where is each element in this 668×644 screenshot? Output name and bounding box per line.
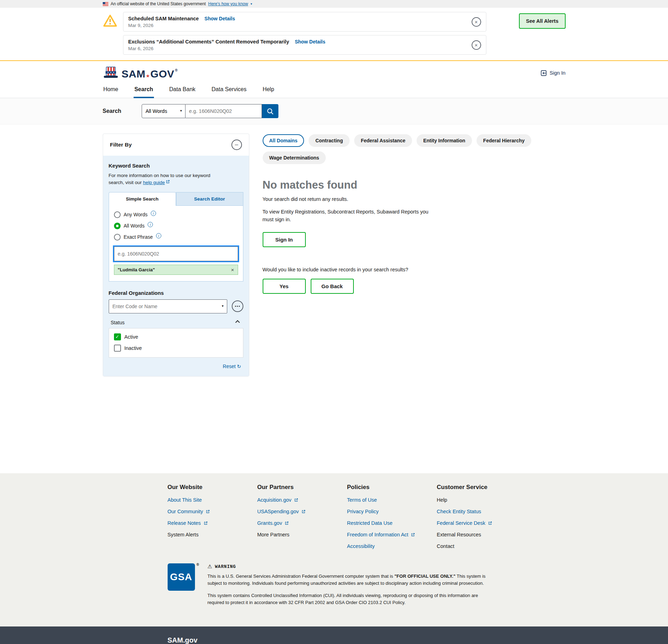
system-warning: ⚠ WARNING This is a U.S. General Service… [208,563,490,612]
external-link-icon [488,521,492,525]
footer-link-grants-gov[interactable]: Grants.gov [257,520,347,526]
sam-logo[interactable]: SAM★GOV® [103,67,178,79]
no-results-text: Your search did not return any results. [263,196,566,202]
sign-in-button[interactable]: Sign In [263,232,306,247]
yes-button[interactable]: Yes [263,279,306,294]
see-all-alerts-button[interactable]: See All Alerts [519,13,565,29]
radio-any-words[interactable]: Any Words i [114,211,238,218]
footer-link-federal-service-desk[interactable]: Federal Service Desk [437,520,527,526]
header-sign-in-link[interactable]: Sign In [540,70,565,76]
chip-remove-icon[interactable]: × [231,267,234,272]
footer-link-our-community[interactable]: Our Community [168,509,257,514]
site-footer: Our Website About This Site Our Communit… [0,473,668,626]
us-flag-icon [103,2,108,6]
keyword-chip: "Ludmila Garcia" × [114,265,238,275]
results-area: All Domains Contracting Federal Assistan… [263,134,566,294]
footer-col-heading: Policies [347,484,437,491]
search-type-select-wrapper: All Words ▾ [142,104,185,118]
status-section-toggle[interactable]: Status [109,313,243,328]
federal-orgs-input[interactable] [109,299,227,313]
footer-link-usaspending-gov[interactable]: USASpending.gov [257,509,347,514]
checkbox-active[interactable]: ✓ Active [114,333,238,340]
search-icon [266,108,274,115]
alert-item: Scheduled SAM Maintenance Show Details M… [123,12,486,32]
nav-data-bank[interactable]: Data Bank [169,83,196,98]
footer-link-more-partners[interactable]: More Partners [257,532,347,537]
nav-home[interactable]: Home [103,83,119,98]
checkbox-inactive[interactable]: Inactive [114,345,238,352]
info-icon[interactable]: i [156,233,161,238]
search-button[interactable] [262,104,278,118]
status-options: ✓ Active Inactive [109,328,243,358]
alert-show-details-link[interactable]: Show Details [204,16,235,21]
gsa-logo: GSA ® [168,563,195,591]
footer-link-release-notes[interactable]: Release Notes [168,520,257,526]
domain-pill-wage-determinations[interactable]: Wage Determinations [263,151,326,164]
warning-title-text: WARNING [215,564,236,569]
keyword-chip-label: "Ludmila Garcia" [118,267,155,272]
keyword-input[interactable] [114,246,238,261]
domain-pill-entity-information[interactable]: Entity Information [417,134,472,147]
footer-col-policies: Policies Terms of Use Privacy Policy Res… [347,484,437,555]
inactive-records-question: Would you like to include inactive recor… [263,267,566,272]
checkbox-unchecked-icon [114,345,121,352]
external-link-icon [206,510,210,514]
logo-sam-text: SAM [122,69,146,79]
tab-simple-search[interactable]: Simple Search [109,192,176,206]
help-guide-link[interactable]: help guide [143,180,165,185]
radio-exact-phrase[interactable]: Exact Phrase i [114,234,238,240]
footer-link-about-this-site[interactable]: About This Site [168,497,257,503]
warning-triangle-icon [103,14,117,27]
footer-link-contact[interactable]: Contact [437,543,527,549]
collapse-filters-button[interactable]: − [231,140,242,150]
footer-link-foia[interactable]: Freedom of Information Act [347,532,437,537]
footer-col-our-website: Our Website About This Site Our Communit… [168,484,257,555]
search-bar: Search All Words ▾ [0,98,668,124]
external-link-icon [411,533,415,537]
how-you-know-link[interactable]: Here's how you know [208,1,248,6]
footer-link-terms-of-use[interactable]: Terms of Use [347,497,437,503]
info-icon[interactable]: i [148,222,153,227]
footer-link-system-alerts[interactable]: System Alerts [168,532,257,537]
footer-link-help[interactable]: Help [437,497,527,503]
reset-filters-link[interactable]: Reset ↻ [223,364,241,369]
nav-search[interactable]: Search [134,83,154,98]
close-icon[interactable]: × [472,17,481,27]
footer-link-check-entity-status[interactable]: Check Entity Status [437,509,527,514]
filter-panel: Filter By − Keyword Search For more info… [103,134,249,377]
site-header: SAM★GOV® Sign In [0,61,668,83]
radio-all-words[interactable]: All Words i [114,223,238,229]
sign-in-prompt: To view Entity Registrations, Subcontrac… [263,208,440,224]
chevron-down-icon: ▾ [250,2,252,6]
tab-search-editor[interactable]: Search Editor [176,192,243,206]
footer-link-accessibility[interactable]: Accessibility [347,543,437,549]
footer-col-customer-service: Customer Service Help Check Entity Statu… [437,484,527,555]
footer-link-external-resources[interactable]: External Resources [437,532,527,537]
domain-pill-federal-hierarchy[interactable]: Federal Hierarchy [477,134,531,147]
alerts-section: Scheduled SAM Maintenance Show Details M… [0,8,668,61]
info-icon[interactable]: i [151,211,156,216]
gov-banner-text: An official website of the United States… [111,1,206,6]
footer-link-restricted-data-use[interactable]: Restricted Data Use [347,520,437,526]
no-matches-title: No matches found [263,179,566,191]
identifier-footer: SAM.gov An official website of the U.S. … [0,626,668,644]
search-input[interactable] [185,104,262,118]
radio-unchecked-icon [114,211,121,218]
domain-pill-federal-assistance[interactable]: Federal Assistance [354,134,412,147]
radio-unchecked-icon [114,234,121,240]
search-type-select[interactable]: All Words [142,104,185,118]
domain-pill-contracting[interactable]: Contracting [309,134,350,147]
go-back-button[interactable]: Go Back [311,279,354,294]
federal-orgs-more-button[interactable]: ··· [232,300,243,312]
footer-link-acquisition-gov[interactable]: Acquisition.gov [257,497,347,503]
external-link-icon [302,510,305,514]
close-icon[interactable]: × [472,40,481,50]
warning-paragraph-2: This system contains Controlled Unclassi… [208,592,490,606]
domain-filter-pills: All Domains Contracting Federal Assistan… [263,134,566,164]
alert-show-details-link[interactable]: Show Details [295,39,325,45]
federal-orgs-heading: Federal Organizations [109,290,243,296]
nav-data-services[interactable]: Data Services [211,83,247,98]
domain-pill-all-domains[interactable]: All Domains [263,134,304,147]
nav-help[interactable]: Help [262,83,275,98]
footer-link-privacy-policy[interactable]: Privacy Policy [347,509,437,514]
